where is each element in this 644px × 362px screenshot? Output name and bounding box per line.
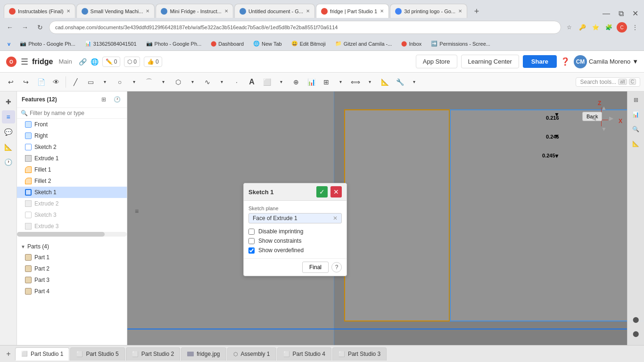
onshape-logo[interactable]: O [6,56,17,67]
star-icon[interactable]: ⭐ [590,22,601,33]
toolbar-circle[interactable]: ○ [113,75,127,89]
toolbar-undo[interactable]: ↩ [4,75,18,89]
bottom-tab-part-studio-3[interactable]: ⬜ Part Studio 3 [332,347,387,361]
feature-history-button[interactable]: 🕐 [112,94,122,105]
toolbar-grid-dropdown[interactable]: ▾ [333,75,347,89]
search-tools[interactable]: Search tools... alt C [576,77,640,87]
tab-untitled-doc[interactable]: Untitled document - G... ✕ [234,4,315,18]
address-input[interactable]: cad.onshape.com/documents/3e439ddfd9129f… [49,21,561,34]
sketch-plane-selector[interactable]: Face of Extrude 1 ✕ [248,213,342,223]
sidebar-comment-icon[interactable]: 💬 [2,125,15,139]
bookmark-inbox[interactable]: ⬤ Inbox [397,40,425,48]
feature-item-sketch3[interactable]: Sketch 3 [17,209,127,221]
toolbar-grid[interactable]: ⊞ [319,75,333,89]
node-counter[interactable]: ⬡ 0 [124,57,140,67]
tab-close-btn[interactable]: ✕ [146,8,149,14]
checkbox-disable-imprinting[interactable] [248,229,255,235]
bookmark-icon[interactable]: ☆ [564,22,574,33]
toolbar-spline[interactable]: ∿ [200,75,215,89]
feature-item-right[interactable]: Right [17,130,127,141]
feature-item-extrude2[interactable]: Extrude 2 [17,198,127,209]
toolbar-polygon[interactable]: ⬡ [171,75,185,89]
feature-item-extrude1[interactable]: Extrude 1 [17,153,127,164]
canvas-tool-lines[interactable]: ≡ [131,206,142,217]
toolbar-tools-dropdown[interactable]: ▾ [407,75,421,89]
feature-item-sketch2[interactable]: Sketch 2 [17,141,127,153]
toolbar-document[interactable]: 📄 [34,75,48,89]
scroll-track[interactable] [17,232,127,237]
learning-center-button[interactable]: Learning Center [461,55,519,68]
tab-fridge-instruct[interactable]: Mini Fridge - Instruct... ✕ [156,4,233,18]
add-tab-button[interactable]: + [2,347,15,361]
checkbox-show-overdefined[interactable] [248,247,255,254]
toolbar-spline-dropdown[interactable]: ▾ [215,75,229,89]
toolbar-rectangle-dropdown[interactable]: ▾ [98,75,112,89]
hamburger-menu[interactable]: ☰ [21,57,28,67]
toolbar-arc-dropdown[interactable]: ▾ [156,75,170,89]
bottom-tab-fridge-jpg[interactable]: fridge.jpg [181,347,226,361]
right-tool-bottom-1[interactable]: ⬤ [629,313,643,326]
toolbar-rectangle[interactable]: ▭ [83,75,98,89]
bookmark-photo-google-2[interactable]: 📷 Photo - Google Ph... [142,40,206,48]
refresh-button[interactable]: ↻ [34,21,46,33]
menu-button[interactable]: ⋮ [630,22,640,33]
sketch-option-show-overdefined[interactable]: Show overdefined [248,247,342,254]
cube-arrow-left[interactable]: ◀ [592,115,596,122]
link-icon[interactable]: 🔗 [79,58,87,66]
toolbar-polygon-dropdown[interactable]: ▾ [185,75,199,89]
toolbar-eye[interactable]: 👁 [49,75,63,89]
restore-button[interactable]: ⧉ [615,9,627,18]
toolbar-circle-dropdown[interactable]: ▾ [127,75,141,89]
toolbar-arc[interactable]: ⌒ [142,75,156,89]
feature-item-part2[interactable]: Part 2 [17,263,127,274]
sketch-help-button[interactable]: ? [331,262,342,272]
toolbar-tools[interactable]: 🔧 [393,75,407,89]
toolbar-chart[interactable]: 📊 [304,75,318,89]
sidebar-features-icon[interactable]: ≡ [2,110,15,123]
feature-item-fillet2[interactable]: Fillet 2 [17,175,127,187]
help-icon[interactable]: ❓ [561,57,570,66]
globe-icon[interactable]: 🌐 [91,58,99,66]
sketch-cancel-button[interactable]: ✕ [330,186,342,197]
sketch-plane-clear[interactable]: ✕ [333,215,338,222]
minimize-button[interactable]: — [599,9,614,18]
back-button[interactable]: ← [4,21,16,33]
sketch-confirm-button[interactable]: ✓ [316,186,328,197]
toolbar-measure[interactable]: 📐 [378,75,392,89]
extension-icon[interactable]: 🧩 [603,22,614,33]
feature-item-front[interactable]: Front [17,119,127,130]
forward-button[interactable]: → [19,21,31,33]
tab-close-btn[interactable]: ✕ [224,8,228,14]
bottom-tab-part-studio-1[interactable]: ⬜ Part Studio 1 [15,347,69,361]
toolbar-3d-dropdown[interactable]: ▾ [274,75,288,89]
feature-item-part4[interactable]: Part 4 [17,286,127,297]
feature-item-extrude3[interactable]: Extrude 3 [17,221,127,232]
toolbar-redo[interactable]: ↪ [19,75,33,89]
tab-instructables[interactable]: Instructables (Final) ✕ [4,4,75,18]
new-tab-button[interactable]: + [470,5,483,18]
tab-close-btn[interactable]: ✕ [66,8,70,14]
final-button[interactable]: Final [302,262,329,273]
scroll-thumb[interactable] [17,232,105,237]
pencil-counter[interactable]: ✏️ 0 [102,57,121,67]
filter-input[interactable] [30,110,123,116]
toolbar-line[interactable]: ╱ [68,75,83,89]
toolbar-text[interactable]: A [245,75,259,89]
bookmark-gitzel[interactable]: 📁 Gitzel and Camila -... [331,40,396,48]
sketch-option-show-constraints[interactable]: Show constraints [248,238,342,244]
feature-item-sketch1[interactable]: Sketch 1 [17,187,127,198]
bookmark-bitmoji[interactable]: 😀 Edit Bitmoji [288,40,330,48]
sidebar-history-icon[interactable]: 🕐 [2,156,15,169]
bookmark-number[interactable]: 📊 313625084041501 [81,40,140,48]
sidebar-measure-icon[interactable]: 📐 [2,140,15,154]
checkbox-show-constraints[interactable] [248,238,255,244]
sidebar-add-icon[interactable]: ✚ [2,95,15,108]
cube-arrow-up[interactable]: ▲ [601,105,607,111]
cube-arrow-down[interactable]: ▼ [601,126,607,132]
bottom-tab-part-studio-2[interactable]: ⬜ Part Studio 2 [126,347,180,361]
app-store-button[interactable]: App Store [416,55,457,68]
thumbs-counter[interactable]: 👍 0 [144,57,162,67]
tab-fridge-studio[interactable]: fridge | Part Studio 1 ✕ [316,4,389,18]
feature-item-part1[interactable]: Part 1 [17,252,127,263]
bookmark-v[interactable]: v [4,40,14,48]
